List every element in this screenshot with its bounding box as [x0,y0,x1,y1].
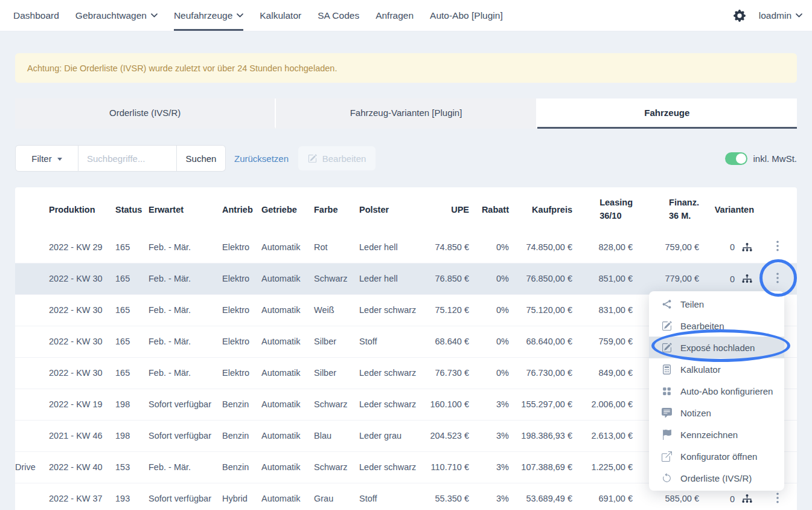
nav-item-kalkulator[interactable]: Kalkulator [260,0,301,31]
col-status[interactable]: Status [112,187,145,231]
menu-item-kalkulator[interactable]: Kalkulator [649,358,784,380]
menu-item-auto-abo-konfigurieren[interactable]: Auto-Abo konfigurieren [649,380,784,402]
cell-produktion: 2022 - KW 37 [45,483,112,510]
cell-erwartet: Feb. - Mär. [145,451,219,483]
edit-button-disabled[interactable]: Bearbeiten [298,146,376,170]
menu-item-expose-hochladen[interactable]: Exposé hochladen [649,337,784,358]
cell-polster: Leder schwarz [356,451,422,483]
cell-modell: Drive [15,451,45,483]
row-menu-button[interactable] [772,490,784,508]
nav-item-gebrauchtwagen[interactable]: Gebrauchtwagen [75,0,158,31]
tab-fahrzeuge[interactable]: Fahrzeuge [537,98,797,129]
col-varianten[interactable]: Varianten [700,187,758,231]
vat-toggle[interactable] [725,152,747,165]
sitemap-icon[interactable] [741,274,753,283]
warning-banner-text: Achtung: Die Orderliste (IVSR) wurde zul… [27,63,337,73]
col-modell [15,187,45,231]
table-row[interactable]: 2022 - KW 29 165 Feb. - Mär. Elektro Aut… [15,231,797,263]
menu-item-label: Konfigurator öffnen [680,451,757,462]
cell-erwartet: Feb. - Mär. [145,326,219,357]
menu-item-notizen[interactable]: Notizen [649,402,784,424]
row-menu-button[interactable] [772,238,784,256]
grid-icon [662,386,672,396]
col-polster[interactable]: Polster [356,187,422,231]
menu-item-label: Orderliste (IVS/R) [680,473,752,483]
cell-modell [15,389,45,420]
cell-farbe: Silber [310,326,356,357]
cell-kaufpreis: 155.297,00 € [510,389,574,420]
cell-modell [15,357,45,389]
cell-antrieb: Benzin [219,420,258,451]
cell-antrieb: Hybrid [219,483,258,510]
cell-upe: 204.523 € [422,420,470,451]
cell-rabatt: 3% [470,389,510,420]
cell-antrieb: Elektro [219,326,258,357]
cell-erwartet: Feb. - Mär. [145,294,219,326]
sitemap-icon[interactable] [741,494,753,503]
cell-modell [15,483,45,510]
col-getriebe[interactable]: Getriebe [258,187,310,231]
menu-item-kennzeichnen[interactable]: Kennzeichnen [649,424,784,445]
cell-status: 198 [112,389,145,420]
cell-produktion: 2022 - KW 30 [45,263,112,294]
nav-item-auto-abo[interactable]: Auto-Abo [Plugin] [430,0,503,31]
cell-polster: Leder schwarz [356,357,422,389]
nav-item-sa-codes[interactable]: SA Codes [318,0,359,31]
col-finanz[interactable]: Finanz. 36 M. [634,187,700,231]
search-input[interactable] [78,145,177,172]
tab-fahrzeug-varianten[interactable]: Fahrzeug-Varianten [Plugin] [276,98,537,129]
nav-item-dashboard[interactable]: Dashboard [13,0,59,31]
varianten-count: 0 [730,274,735,284]
chevron-down-icon [237,13,243,18]
cell-erwartet: Sofort verfügbar [145,389,219,420]
tab-bar: Orderliste (IVS/R) Fahrzeug-Varianten [P… [15,98,797,129]
col-leasing[interactable]: Leasing 36/10 [574,187,634,231]
col-erwartet[interactable]: Erwartet [145,187,219,231]
search-button[interactable]: Suchen [177,145,226,172]
table-row-selected[interactable]: 2022 - KW 30 165 Feb. - Mär. Elektro Aut… [15,263,797,294]
cell-rabatt: 3% [470,483,510,510]
nav-item-neufahrzeuge[interactable]: Neufahrzeuge [174,0,243,31]
reset-link[interactable]: Zurücksetzen [234,153,289,164]
filter-dropdown-button[interactable]: Filter [15,145,78,172]
cell-status: 153 [112,451,145,483]
cell-farbe: Silber [310,357,356,389]
row-menu-button-open[interactable] [772,270,784,288]
col-upe[interactable]: UPE [422,187,470,231]
cell-upe: 75.120 € [422,294,470,326]
kebab-icon [776,273,779,283]
menu-item-bearbeiten[interactable]: Bearbeiten [649,315,784,337]
cell-leasing: 2.006,00 € [574,389,634,420]
warning-banner: Achtung: Die Orderliste (IVSR) wurde zul… [15,53,797,83]
col-produktion[interactable]: Produktion [45,187,112,231]
cell-produktion: 2022 - KW 29 [45,231,112,263]
nav-label: SA Codes [318,10,359,21]
nav-label: Anfragen [376,10,414,21]
cell-leasing: 691,00 € [574,483,634,510]
cell-getriebe: Automatik [258,451,310,483]
col-antrieb[interactable]: Antrieb [219,187,258,231]
menu-item-label: Bearbeiten [680,321,724,331]
menu-item-teilen[interactable]: Teilen [649,293,784,315]
col-farbe[interactable]: Farbe [310,187,356,231]
nav-item-anfragen[interactable]: Anfragen [376,0,414,31]
cell-leasing: 1.225,00 € [574,451,634,483]
tab-orderliste[interactable]: Orderliste (IVS/R) [15,98,276,129]
sitemap-icon[interactable] [741,243,753,252]
menu-item-label: Kalkulator [680,364,721,375]
gear-icon[interactable] [734,10,746,22]
cell-varianten: 0 [700,231,758,263]
col-rabatt[interactable]: Rabatt [470,187,510,231]
cell-kaufpreis: 107.388,69 € [510,451,574,483]
menu-item-orderliste[interactable]: Orderliste (IVS/R) [649,467,784,489]
user-menu[interactable]: loadmin [759,8,802,23]
cell-farbe: Schwarz [310,263,356,294]
cell-farbe: Rot [310,231,356,263]
col-kaufpreis[interactable]: Kaufpreis [510,187,574,231]
menu-item-label: Auto-Abo konfigurieren [680,386,773,396]
menu-item-konfigurator-oeffnen[interactable]: Konfigurator öffnen [649,445,784,467]
cell-erwartet: Sofort verfügbar [145,420,219,451]
cell-getriebe: Automatik [258,420,310,451]
cell-upe: 74.850 € [422,231,470,263]
cell-rabatt: 0% [470,294,510,326]
